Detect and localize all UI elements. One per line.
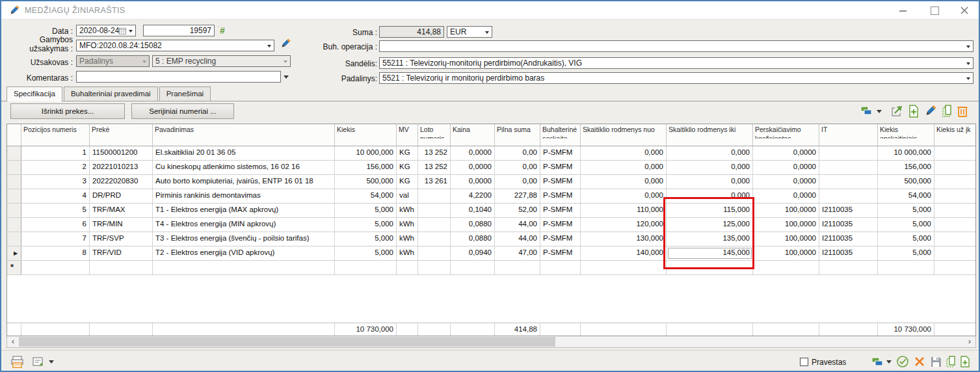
cell-perskaiciavimo-koeficientas[interactable]: 0,0000 [753,189,819,203]
add-row-icon[interactable] [907,104,921,118]
tab-buhalteriniai-pravedimai[interactable]: Buhalteriniai pravedimai [64,86,158,101]
cell-kiekis-apskaitiniais[interactable]: 10 000,000 [878,146,934,160]
cell-kiekis-apskaitiniais[interactable]: 5,000 [878,218,934,232]
cell-perskaiciavimo-koeficientas[interactable]: 0,0000 [753,161,819,174]
footer-layout-dropdown-icon[interactable] [886,360,892,364]
cell-perskaiciavimo-koeficientas[interactable]: 0,0000 [753,175,819,189]
date-input[interactable]: 2020-08-24 [76,25,136,36]
column-header-pilna-suma[interactable]: Pilna suma [495,124,540,146]
new-document-icon[interactable] [959,355,972,368]
cell-kiekis-apskaitiniais[interactable]: 5,000 [878,246,934,260]
cell-perskaiciavimo-koeficientas[interactable]: 100,0000 [753,218,819,232]
cell-perskaiciavimo-koeficientas[interactable]: 100,0000 [753,246,819,260]
cell-pilna-suma[interactable]: 0,00 [495,175,540,189]
cell-buhalterine-saskaita[interactable]: P-SMFM [540,246,581,260]
empty-cell[interactable] [934,261,976,274]
column-header-loto-numeris[interactable]: Loto numeris [418,124,451,146]
cell-preke[interactable]: TRF/VID [90,246,153,260]
date-dropdown-icon[interactable] [129,30,133,33]
cell-skaitiklio-rodmenys-iki[interactable]: 125,000 [667,218,753,232]
cell-preke[interactable]: 20222020830 [90,175,153,189]
minimize-button[interactable] [898,5,908,16]
delete-row-icon[interactable] [955,104,970,118]
empty-cell[interactable] [90,261,153,274]
cell-pilna-suma[interactable]: 47,00 [495,246,540,260]
komentaras-input[interactable] [76,71,281,83]
close-button[interactable] [959,5,970,16]
cell-skaitiklio-rodmenys-iki[interactable]: 145,000 [667,246,753,260]
cell-it[interactable] [819,175,878,189]
column-header-skaitiklio-rodmenys-nuo[interactable]: Skaitiklio rodmenys nuo [581,124,667,146]
cell-kiekis-apskaitiniais[interactable]: 5,000 [878,204,934,217]
new-row-marker[interactable]: * [7,261,21,274]
cell-pozicijos-numeris[interactable]: 7 [21,232,90,246]
cell-pozicijos-numeris[interactable]: 6 [21,218,90,232]
scrollbar-thumb[interactable] [19,337,555,347]
cell-kiekis[interactable]: 10 000,000 [335,146,397,160]
cell-skaitiklio-rodmenys-iki[interactable]: 0,000 [667,161,753,174]
empty-cell[interactable] [667,261,753,274]
cell-buhalterine-saskaita[interactable]: P-SMFM [540,189,581,203]
column-header-kiekis[interactable]: Kiekis [335,124,397,146]
maximize-button[interactable] [929,5,940,16]
cell-kiekis-uz-ikaini[interactable] [934,175,976,189]
row-selector[interactable]: ▶ [7,246,21,260]
cell-skaitiklio-rodmenys-iki[interactable]: 0,000 [667,175,753,189]
notes-dropdown-icon[interactable] [49,360,54,364]
tab-pranesimai[interactable]: Pranešimai [159,86,211,101]
empty-cell[interactable] [335,261,397,274]
cell-skaitiklio-rodmenys-nuo[interactable]: 0,000 [581,161,667,174]
cell-kiekis-apskaitiniais[interactable]: 5,000 [878,232,934,246]
empty-cell[interactable] [753,261,819,274]
cell-preke[interactable]: TRF/MAX [90,204,153,217]
cell-loto-numeris[interactable] [418,189,451,203]
column-header-kiekis-apskaitiniais[interactable]: Kiekis apskaitiniais vienetais [878,124,934,146]
confirm-icon[interactable] [896,355,909,368]
cell-buhalterine-saskaita[interactable]: P-SMFM [540,161,581,174]
cell-skaitiklio-rodmenys-nuo[interactable]: 0,000 [581,146,667,160]
cell-buhalterine-saskaita[interactable]: P-SMFM [540,175,581,189]
cell-pavadinimas[interactable]: Cu kineskopų atlenkimo sistemos, 16 02 1… [153,161,335,174]
cell-it[interactable] [819,161,878,174]
empty-cell[interactable] [878,261,934,274]
cell-kiekis-uz-ikaini[interactable] [934,161,976,174]
column-header-perskaiciavimo-koeficientas[interactable]: Perskaičiavimo koeficientas [753,124,819,146]
doc-number-input[interactable]: 19597 [143,25,215,36]
cell-skaitiklio-rodmenys-iki[interactable]: 115,000 [667,204,753,217]
print-icon[interactable] [10,355,23,368]
cell-pozicijos-numeris[interactable]: 2 [21,161,90,174]
copy-document-icon[interactable] [944,355,957,368]
export-icon[interactable] [890,104,904,118]
cell-kaina[interactable]: 0,0000 [451,146,495,160]
cell-kiekis[interactable]: 5,000 [335,204,397,217]
cell-pilna-suma[interactable]: 52,00 [495,204,540,217]
cell-preke[interactable]: 20221010213 [90,161,153,174]
column-header-row-selector[interactable] [7,124,21,146]
column-header-it[interactable]: IT [819,124,878,146]
cell-pozicijos-numeris[interactable]: 4 [21,189,90,203]
cell-pavadinimas[interactable]: Auto borto kompiuteriai, įvairūs, ENTP 1… [153,175,335,189]
column-header-pozicijos-numeris[interactable]: Pozicijos numeris [21,124,90,146]
cell-mv[interactable]: KG [397,175,418,189]
cell-kiekis-uz-ikaini[interactable] [934,204,976,217]
tab-specifikacija[interactable]: Specifikacija [7,86,62,101]
cell-pilna-suma[interactable]: 0,00 [495,146,540,160]
column-header-preke[interactable]: Prekė [90,124,153,146]
cell-buhalterine-saskaita[interactable]: P-SMFM [540,218,581,232]
sandelis-dropdown-icon[interactable] [966,62,970,65]
cell-mv[interactable]: kWh [397,204,418,217]
cell-buhalterine-saskaita[interactable]: P-SMFM [540,232,581,246]
cell-perskaiciavimo-koeficientas[interactable]: 100,0000 [753,204,819,217]
empty-cell[interactable] [540,261,581,274]
edit-row-icon[interactable] [923,104,937,118]
cell-skaitiklio-rodmenys-nuo[interactable]: 0,000 [581,189,667,203]
cell-loto-numeris[interactable] [418,246,451,260]
cell-kaina[interactable]: 0,0000 [451,175,495,189]
column-header-pavadinimas[interactable]: Pavadinimas [153,124,335,146]
column-header-kiekis-uz-ikaini[interactable]: Kiekis už įk [934,124,976,146]
save-icon[interactable] [929,355,942,368]
serijiniai-numeriai-button[interactable]: Serijiniai numeriai ... [131,103,234,119]
cell-pilna-suma[interactable]: 44,00 [495,218,540,232]
cell-kaina[interactable]: 4,2200 [451,189,495,203]
cell-it[interactable]: I2110035 [819,232,878,246]
